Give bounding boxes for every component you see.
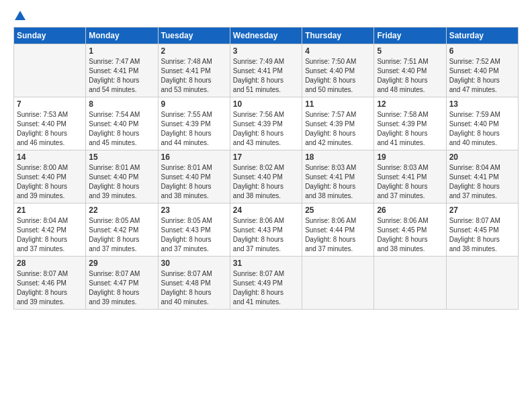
day-info: Sunrise: 7:52 AM Sunset: 4:40 PM Dayligh…	[449, 57, 515, 95]
calendar-cell: 28Sunrise: 8:07 AM Sunset: 4:46 PM Dayli…	[14, 257, 86, 310]
day-info: Sunrise: 7:50 AM Sunset: 4:40 PM Dayligh…	[305, 57, 371, 95]
day-info: Sunrise: 8:05 AM Sunset: 4:43 PM Dayligh…	[161, 216, 227, 254]
day-info: Sunrise: 8:01 AM Sunset: 4:40 PM Dayligh…	[161, 163, 227, 201]
calendar-cell: 1Sunrise: 7:47 AM Sunset: 4:41 PM Daylig…	[86, 44, 158, 97]
calendar-cell: 7Sunrise: 7:53 AM Sunset: 4:40 PM Daylig…	[14, 97, 86, 150]
day-number: 4	[305, 46, 371, 56]
day-number: 11	[305, 99, 371, 109]
header-row: SundayMondayTuesdayWednesdayThursdayFrid…	[14, 28, 519, 44]
day-number: 7	[17, 99, 83, 109]
day-number: 27	[449, 205, 515, 215]
calendar-cell: 14Sunrise: 8:00 AM Sunset: 4:40 PM Dayli…	[14, 150, 86, 203]
calendar-cell: 6Sunrise: 7:52 AM Sunset: 4:40 PM Daylig…	[446, 44, 518, 97]
calendar-cell: 12Sunrise: 7:58 AM Sunset: 4:39 PM Dayli…	[374, 97, 446, 150]
day-info: Sunrise: 8:06 AM Sunset: 4:43 PM Dayligh…	[233, 216, 299, 254]
day-number: 19	[377, 152, 443, 162]
calendar-cell: 27Sunrise: 8:07 AM Sunset: 4:45 PM Dayli…	[446, 203, 518, 257]
day-info: Sunrise: 8:07 AM Sunset: 4:48 PM Dayligh…	[161, 269, 227, 307]
calendar-cell: 21Sunrise: 8:04 AM Sunset: 4:42 PM Dayli…	[14, 203, 86, 257]
calendar-cell: 3Sunrise: 7:49 AM Sunset: 4:41 PM Daylig…	[230, 44, 302, 97]
day-number: 10	[233, 99, 299, 109]
day-info: Sunrise: 8:02 AM Sunset: 4:40 PM Dayligh…	[233, 163, 299, 201]
day-info: Sunrise: 8:04 AM Sunset: 4:41 PM Dayligh…	[449, 163, 515, 201]
day-info: Sunrise: 7:56 AM Sunset: 4:39 PM Dayligh…	[233, 110, 299, 148]
week-row-1: 1Sunrise: 7:47 AM Sunset: 4:41 PM Daylig…	[14, 44, 519, 97]
day-number: 8	[89, 99, 154, 109]
day-number: 26	[377, 205, 443, 215]
calendar-cell	[374, 257, 446, 310]
day-info: Sunrise: 8:01 AM Sunset: 4:40 PM Dayligh…	[89, 163, 154, 201]
day-number: 31	[233, 259, 299, 268]
day-info: Sunrise: 7:48 AM Sunset: 4:41 PM Dayligh…	[161, 57, 227, 95]
calendar-cell: 8Sunrise: 7:54 AM Sunset: 4:40 PM Daylig…	[86, 97, 158, 150]
day-number: 3	[233, 46, 299, 56]
calendar-cell: 9Sunrise: 7:55 AM Sunset: 4:39 PM Daylig…	[158, 97, 230, 150]
day-number: 5	[377, 46, 443, 56]
day-number: 20	[449, 152, 515, 162]
day-number: 22	[89, 205, 154, 215]
calendar-cell: 26Sunrise: 8:06 AM Sunset: 4:45 PM Dayli…	[374, 203, 446, 257]
calendar-cell: 20Sunrise: 8:04 AM Sunset: 4:41 PM Dayli…	[446, 150, 518, 203]
day-number: 17	[233, 152, 299, 162]
week-row-2: 7Sunrise: 7:53 AM Sunset: 4:40 PM Daylig…	[14, 97, 519, 150]
day-number: 25	[305, 205, 371, 215]
day-info: Sunrise: 7:53 AM Sunset: 4:40 PM Dayligh…	[17, 110, 83, 148]
day-info: Sunrise: 8:06 AM Sunset: 4:44 PM Dayligh…	[305, 216, 371, 254]
calendar-cell: 10Sunrise: 7:56 AM Sunset: 4:39 PM Dayli…	[230, 97, 302, 150]
calendar-cell: 4Sunrise: 7:50 AM Sunset: 4:40 PM Daylig…	[302, 44, 374, 97]
col-header-sunday: Sunday	[14, 28, 86, 44]
day-number: 16	[161, 152, 227, 162]
day-info: Sunrise: 8:00 AM Sunset: 4:40 PM Dayligh…	[17, 163, 83, 201]
calendar-cell: 16Sunrise: 8:01 AM Sunset: 4:40 PM Dayli…	[158, 150, 230, 203]
calendar-cell: 13Sunrise: 7:59 AM Sunset: 4:40 PM Dayli…	[446, 97, 518, 150]
day-number: 6	[449, 46, 515, 56]
day-number: 1	[89, 46, 154, 56]
col-header-wednesday: Wednesday	[230, 28, 302, 44]
day-info: Sunrise: 7:59 AM Sunset: 4:40 PM Dayligh…	[449, 110, 515, 148]
calendar-cell: 18Sunrise: 8:03 AM Sunset: 4:41 PM Dayli…	[302, 150, 374, 203]
week-row-3: 14Sunrise: 8:00 AM Sunset: 4:40 PM Dayli…	[14, 150, 519, 203]
calendar-cell: 30Sunrise: 8:07 AM Sunset: 4:48 PM Dayli…	[158, 257, 230, 310]
day-number: 15	[89, 152, 154, 162]
calendar-cell	[446, 257, 518, 310]
day-number: 18	[305, 152, 371, 162]
week-row-4: 21Sunrise: 8:04 AM Sunset: 4:42 PM Dayli…	[14, 203, 519, 257]
col-header-thursday: Thursday	[302, 28, 374, 44]
day-number: 14	[17, 152, 83, 162]
day-info: Sunrise: 8:07 AM Sunset: 4:49 PM Dayligh…	[233, 269, 299, 307]
day-number: 24	[233, 205, 299, 215]
day-info: Sunrise: 7:49 AM Sunset: 4:41 PM Dayligh…	[233, 57, 299, 95]
calendar-cell: 22Sunrise: 8:05 AM Sunset: 4:42 PM Dayli…	[86, 203, 158, 257]
day-info: Sunrise: 8:07 AM Sunset: 4:46 PM Dayligh…	[17, 269, 83, 307]
day-info: Sunrise: 8:05 AM Sunset: 4:42 PM Dayligh…	[89, 216, 154, 254]
calendar-cell: 24Sunrise: 8:06 AM Sunset: 4:43 PM Dayli…	[230, 203, 302, 257]
calendar-cell: 5Sunrise: 7:51 AM Sunset: 4:40 PM Daylig…	[374, 44, 446, 97]
calendar-cell	[14, 44, 86, 97]
calendar-cell: 19Sunrise: 8:03 AM Sunset: 4:41 PM Dayli…	[374, 150, 446, 203]
col-header-friday: Friday	[374, 28, 446, 44]
day-info: Sunrise: 7:51 AM Sunset: 4:40 PM Dayligh…	[377, 57, 443, 95]
logo-triangle-icon	[15, 11, 26, 20]
day-number: 9	[161, 99, 227, 109]
calendar-cell: 25Sunrise: 8:06 AM Sunset: 4:44 PM Dayli…	[302, 203, 374, 257]
header	[13, 11, 519, 21]
calendar-cell: 11Sunrise: 7:57 AM Sunset: 4:39 PM Dayli…	[302, 97, 374, 150]
calendar-cell: 29Sunrise: 8:07 AM Sunset: 4:47 PM Dayli…	[86, 257, 158, 310]
calendar-cell: 23Sunrise: 8:05 AM Sunset: 4:43 PM Dayli…	[158, 203, 230, 257]
day-number: 13	[449, 99, 515, 109]
day-info: Sunrise: 7:47 AM Sunset: 4:41 PM Dayligh…	[89, 57, 154, 95]
col-header-monday: Monday	[86, 28, 158, 44]
day-number: 29	[89, 259, 154, 268]
calendar-cell: 17Sunrise: 8:02 AM Sunset: 4:40 PM Dayli…	[230, 150, 302, 203]
col-header-saturday: Saturday	[446, 28, 518, 44]
day-info: Sunrise: 7:55 AM Sunset: 4:39 PM Dayligh…	[161, 110, 227, 148]
calendar-cell: 15Sunrise: 8:01 AM Sunset: 4:40 PM Dayli…	[86, 150, 158, 203]
day-info: Sunrise: 7:54 AM Sunset: 4:40 PM Dayligh…	[89, 110, 154, 148]
day-info: Sunrise: 8:03 AM Sunset: 4:41 PM Dayligh…	[305, 163, 371, 201]
day-number: 30	[161, 259, 227, 268]
calendar-cell: 2Sunrise: 7:48 AM Sunset: 4:41 PM Daylig…	[158, 44, 230, 97]
day-number: 21	[17, 205, 83, 215]
day-number: 2	[161, 46, 227, 56]
day-info: Sunrise: 8:07 AM Sunset: 4:45 PM Dayligh…	[449, 216, 515, 254]
day-number: 28	[17, 259, 83, 268]
